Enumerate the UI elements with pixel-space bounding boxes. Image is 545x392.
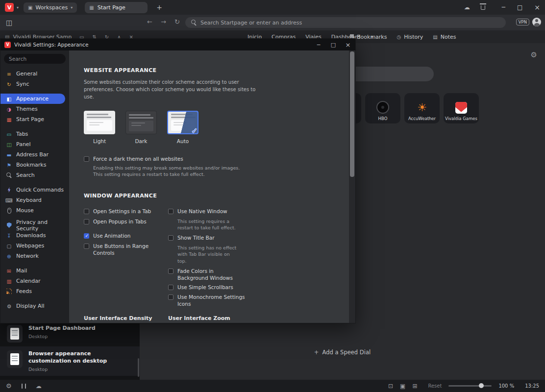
title-bar-note: This setting has no effect with Tab Bar … (177, 245, 240, 264)
note-list-item[interactable]: Start Page Dashboard Desktop (0, 321, 140, 346)
settings-dialog-titlebar[interactable]: V Vivaldi Settings: Appearance ─ □ × (0, 39, 355, 50)
panel-scrollbar[interactable] (138, 358, 139, 377)
add-speed-dial-button[interactable]: +Add a Speed Dial (140, 349, 545, 356)
checkbox[interactable] (84, 209, 89, 214)
settings-gear-icon[interactable]: ⚙ (6, 382, 12, 390)
vivaldi-menu-button[interactable]: V (5, 3, 14, 12)
scheme-option-auto[interactable]: ✓ Auto (167, 111, 198, 144)
checkbox[interactable] (84, 219, 89, 224)
content-blocker-icon[interactable]: ⊞ (412, 383, 417, 390)
sidebar-item-start-page[interactable]: ▦ Start Page (0, 114, 69, 124)
sidebar-item-privacy[interactable]: Privacy and Security (0, 220, 69, 230)
gear-icon[interactable]: ⚙ (531, 50, 537, 59)
light-preview (84, 111, 115, 134)
sidebar-item-quick-commands[interactable]: Quick Commands (0, 185, 69, 195)
reload-button[interactable]: ↻ (174, 18, 180, 25)
speed-dial-tile-accuweather[interactable]: ☀ AccuWeather (404, 93, 440, 123)
sync-status-icon[interactable]: ☁ (36, 383, 42, 390)
zoom-reset-label[interactable]: Reset (428, 383, 442, 389)
scrollbar-thumb[interactable] (350, 51, 354, 177)
gear-icon: ⚙ (6, 303, 12, 309)
sidebar-item-mouse[interactable]: Mouse (0, 205, 69, 216)
sidebar-item-search[interactable]: Search (0, 170, 69, 180)
checkbox-use-animation[interactable]: Use Animation (84, 233, 168, 240)
history-panel-label: History (404, 34, 423, 40)
note-list-item[interactable]: Browser appearance customization on desk… (0, 346, 140, 376)
speed-dial-tile-hbo[interactable]: HBO (365, 93, 400, 123)
panel-toggle-icon[interactable]: ◫ (6, 19, 12, 26)
page-zoom-thumb[interactable] (479, 383, 484, 388)
theme-icon: ◑ (6, 106, 12, 112)
scheme-option-dark[interactable]: Dark (125, 111, 157, 144)
speed-dial-tile-vivaldia-games[interactable]: Vivaldia Games (444, 93, 479, 123)
sidebar-item-bookmarks[interactable]: ⚑ Bookmarks (0, 160, 69, 170)
notes-panel-button[interactable]: ▤ Notes (433, 34, 456, 40)
sidebar-item-calendar[interactable]: ▥ Calendar (0, 276, 69, 286)
native-window-note: This setting requires a restart to take … (177, 218, 240, 231)
sidebar-item-network[interactable]: ⊕ Network (0, 251, 69, 261)
dialog-close-button[interactable]: × (341, 41, 355, 49)
sidebar-item-keyboard[interactable]: ⌨ Keyboard (0, 195, 69, 205)
workspaces-icon: ▣ (28, 5, 32, 10)
address-search-input[interactable]: Search Startpage or enter an address (185, 17, 506, 28)
sidebar-item-downloads[interactable]: ↧ Downloads (0, 230, 69, 241)
window-close-button[interactable]: × (534, 3, 540, 11)
window-minimize-button[interactable]: ─ (502, 4, 505, 11)
page-zoom-slider[interactable] (448, 385, 492, 387)
sidebar-item-webpages[interactable]: ▢ Webpages (0, 241, 69, 251)
window-maximize-button[interactable]: □ (517, 4, 522, 11)
scheme-option-light[interactable]: Light (84, 111, 115, 144)
checkbox-monochrome-icons[interactable]: Use Monochrome Settings Icons (168, 294, 340, 307)
checkbox-simple-scrollbars[interactable]: Use Simple Scrollbars (168, 284, 340, 291)
checkbox[interactable] (168, 269, 173, 274)
tab-start-page[interactable]: ▦ Start Page (85, 2, 148, 13)
checkbox-fade-colors[interactable]: Fade Colors in Background Windows (168, 268, 340, 281)
note-title: Start Page Dashboard (28, 325, 96, 332)
checkbox[interactable] (84, 156, 89, 162)
vpn-badge[interactable]: VPN (516, 19, 529, 25)
checkbox-checked[interactable] (84, 233, 89, 239)
new-tab-button[interactable]: + (156, 3, 162, 11)
checkbox[interactable] (168, 294, 173, 300)
sidebar-item-panel[interactable]: ◫ Panel (0, 139, 69, 149)
trash-icon[interactable] (481, 5, 485, 10)
sync-cloud-icon[interactable]: ☁ (464, 4, 470, 11)
page-tiling-icon[interactable] (22, 384, 26, 389)
sidebar-item-tabs[interactable]: ▭ Tabs (0, 129, 69, 139)
dialog-maximize-button[interactable]: □ (326, 42, 341, 48)
checkbox-show-title-bar[interactable]: Show Title Bar (168, 235, 340, 242)
checkbox[interactable] (84, 244, 89, 249)
sidebar-item-display-all[interactable]: ⚙ Display All (0, 301, 69, 311)
checkbox-use-buttons-range[interactable]: Use Buttons in Range Controls (84, 243, 168, 256)
back-button[interactable]: ← (147, 18, 152, 25)
dialog-minimize-button[interactable]: ─ (311, 42, 326, 48)
workspaces-button[interactable]: ▣ Workspaces ▾ (24, 2, 77, 13)
sidebar-item-sync[interactable]: ↻ Sync (0, 79, 69, 89)
chevron-down-icon[interactable]: ▾ (17, 5, 19, 10)
settings-scrollbar[interactable] (349, 50, 355, 323)
page-actions-icon[interactable]: ▣ (400, 383, 405, 390)
checkbox-open-settings-in-tab[interactable]: Open Settings in a Tab (84, 208, 168, 215)
shield-icon (6, 222, 12, 228)
sidebar-item-address-bar[interactable]: ▬ Address Bar (0, 149, 69, 160)
checkbox[interactable] (168, 285, 173, 290)
checkbox[interactable] (168, 209, 173, 214)
dial-label: AccuWeather (408, 116, 436, 121)
checkbox[interactable] (168, 235, 173, 241)
settings-search-input[interactable]: Search (4, 54, 66, 64)
capture-page-icon[interactable]: ⊡ (388, 383, 393, 390)
history-panel-button[interactable]: ◷ History (396, 34, 423, 40)
sidebar-item-general[interactable]: ≡ General (0, 69, 69, 79)
sidebar-item-mail[interactable]: ✉ Mail (0, 266, 69, 276)
checkbox-force-dark-theme[interactable]: Force a dark theme on all websites (84, 156, 340, 163)
sidebar-item-feeds[interactable]: Feeds (0, 286, 69, 296)
sidebar-item-themes[interactable]: ◑ Themes (0, 104, 69, 114)
sidebar-item-appearance[interactable]: ◧ Appearance (0, 94, 65, 104)
forward-button[interactable]: → (161, 18, 166, 25)
dial-label: Vivaldia Games (445, 116, 477, 121)
search-icon (191, 20, 197, 25)
workspaces-label: Workspaces (35, 4, 68, 11)
checkbox-use-native-window[interactable]: Use Native Window (168, 208, 340, 215)
checkbox-open-popups-in-tabs[interactable]: Open Popups in Tabs (84, 219, 168, 225)
profile-avatar[interactable] (532, 18, 541, 26)
